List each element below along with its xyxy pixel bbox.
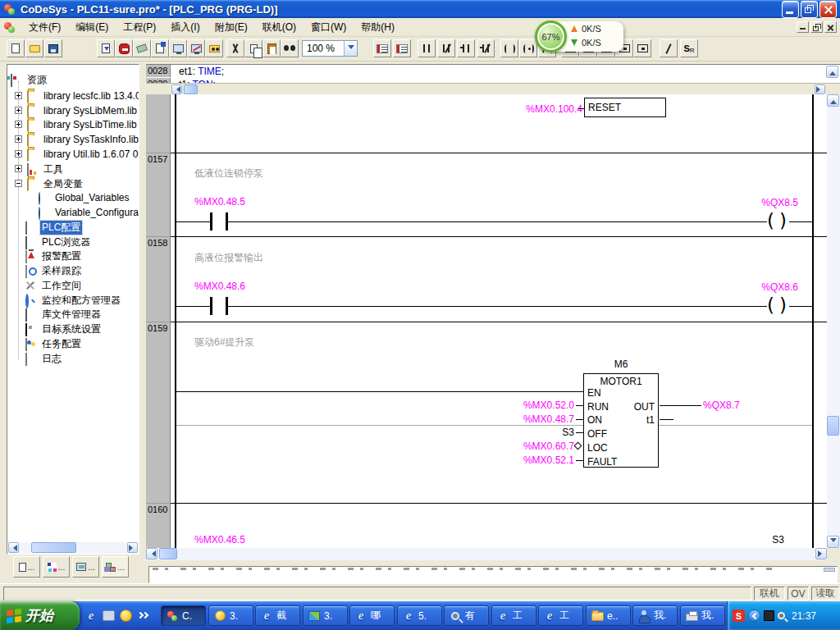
tree-item-global-variables-folder[interactable]: 全局变量 [27,177,84,190]
tree-item-log[interactable]: 日志 [25,352,63,365]
coil-operand[interactable]: %QX8.6 [720,281,798,293]
task-ie-5[interactable]: e工 [538,605,583,626]
sr-flipflop-button[interactable]: SR [680,39,698,57]
start-button[interactable]: 开始 [0,601,80,630]
insert-timer-button[interactable] [633,39,651,57]
tree-item-workspace[interactable]: 工作空间 [25,279,83,292]
paste-button[interactable] [262,39,281,57]
fb-input-operand[interactable]: %MX0.52.1 [499,454,574,466]
add-object-button[interactable] [151,39,169,57]
taskbar-clock[interactable]: 21:37 [792,610,816,622]
stop-button[interactable] [115,39,133,57]
task-pictures[interactable]: 3. [303,605,348,626]
scroll-left-icon[interactable] [8,542,19,553]
expand-icon[interactable] [15,92,22,99]
fb-input-operand[interactable]: %MX0.60.7 [499,441,574,452]
tab-visualizations[interactable]: ... [72,556,99,578]
save-button[interactable] [44,39,62,57]
insert-parallel-contact-button[interactable] [457,39,475,57]
menu-help[interactable]: 帮助(H) [354,18,402,37]
sogou-tray-icon[interactable]: S [733,609,745,622]
resources-tree-panel[interactable]: 资源 library lecsfc.lib 13.4.0 library Sys… [7,64,139,555]
tree-item-target-settings[interactable]: 目标系统设置 [25,322,103,336]
copy-button[interactable] [244,39,262,57]
task-codesys[interactable]: C. [161,605,206,626]
quick-launch-ie-icon[interactable]: e [84,608,98,623]
scrollbar-thumb[interactable] [31,542,76,553]
scroll-up-icon[interactable] [827,94,839,107]
clean-button[interactable] [133,39,151,57]
scrollbar-thumb[interactable] [827,416,839,436]
operand-label[interactable]: %MX0.100.4 [507,103,582,115]
contact-operand[interactable]: %MX0.48.5 [194,196,245,208]
insert-coil-button[interactable] [500,39,518,57]
insert-contact-button[interactable] [418,39,436,57]
zoom-select[interactable]: 100 % [302,40,358,57]
mdi-minimize-button[interactable] [797,21,809,33]
collapse-icon[interactable] [15,180,22,187]
tree-item-tools[interactable]: 工具 [27,162,65,176]
tree-root-resources[interactable]: 资源 [11,73,48,86]
download-button[interactable] [97,39,115,57]
menu-insert[interactable]: 插入(I) [163,18,207,37]
network-comment[interactable]: 低液位连锁停泵 [194,167,263,180]
ladder-editor[interactable]: 0157 0158 0159 0160 %MX0.100.4 RESET 低液位… [146,94,827,548]
reset-box[interactable]: RESET [584,98,666,117]
tab-resources[interactable]: ... [102,556,129,578]
tree-item-library-4[interactable]: library SysTaskInfo.lib [27,133,139,146]
function-block[interactable]: MOTOR1 EN RUN ON OFF LOC FAULT OUT t1 [583,373,659,468]
tab-data-types[interactable]: ... [43,556,70,578]
ladder-horizontal-scrollbar[interactable] [146,548,827,560]
scroll-left-icon[interactable] [171,84,182,94]
task-ie-2[interactable]: e哪 [349,605,395,626]
scrollbar-thumb[interactable] [184,84,198,94]
restore-button[interactable] [801,1,818,18]
tree-item-watch-recipe-manager[interactable]: 监控和配方管理器 [25,294,122,307]
tray-app-icon[interactable] [764,610,774,621]
tree-item-global-variables[interactable]: Global_Variables [39,191,131,204]
tree-item-variable-configuration[interactable]: Variable_Configura [39,206,139,219]
expand-icon[interactable] [15,107,22,114]
declaration-scrollbar[interactable] [146,83,840,94]
tree-horizontal-scrollbar[interactable] [8,542,138,554]
menu-edit[interactable]: 编辑(E) [68,18,116,37]
fb-input-operand[interactable]: S3 [499,427,574,438]
ladder-vertical-scrollbar[interactable] [827,94,840,548]
tree-item-alarm-configuration[interactable]: 报警配置 [25,249,83,262]
quick-launch-360-icon[interactable] [118,608,133,623]
message-window[interactable] [148,566,838,583]
menu-extras[interactable]: 附加(E) [208,18,255,37]
fb-input-operand[interactable]: %MX0.48.7 [499,413,574,425]
expand-icon[interactable] [15,165,22,172]
expand-icon[interactable] [15,135,22,143]
tree-item-plc-configuration[interactable]: PLC配置 [25,221,82,234]
scroll-left-icon[interactable] [146,548,158,559]
tree-item-library-3[interactable]: library SysLibTime.lib 1 [27,118,139,131]
tray-magnifier-icon[interactable] [778,612,785,619]
tree-item-task-configuration[interactable]: 任务配置 [25,337,83,350]
close-button[interactable] [819,1,837,18]
coil-operand[interactable]: %QX8.5 [720,197,798,208]
declaration-scroll-up-icon[interactable] [826,66,838,78]
menu-file[interactable]: 文件(F) [21,18,68,37]
collapse-tray-icon[interactable] [748,609,760,622]
network-comment[interactable]: 高液位报警输出 [194,251,263,265]
zoom-dropdown-arrow-icon[interactable] [344,41,357,56]
fb-output-operand[interactable]: %QX8.7 [703,399,740,411]
task-search[interactable]: 有 [444,605,489,626]
expand-icon[interactable] [15,121,22,128]
insert-parallel-negated-contact-button[interactable] [477,39,495,57]
cut-button[interactable] [226,39,244,57]
new-file-button[interactable] [7,39,25,57]
global-search-button[interactable] [205,39,223,57]
tree-item-library-5[interactable]: library Util.lib 1.6.07 09 [27,148,139,161]
tree-item-sampling-trace[interactable]: 采样跟踪 [25,264,83,277]
contact-operand[interactable]: %MX0.46.5 [194,534,245,546]
network-comment[interactable]: 驱动6#提升泵 [194,336,254,349]
net-monitor-percent-badge[interactable]: 67% [535,21,567,52]
logout-button[interactable] [187,39,205,57]
minimize-button[interactable] [782,1,799,18]
tree-item-library-1[interactable]: library lecsfc.lib 13.4.0 [27,89,139,103]
scroll-down-icon[interactable] [827,536,839,548]
scrollbar-thumb[interactable] [159,548,177,559]
